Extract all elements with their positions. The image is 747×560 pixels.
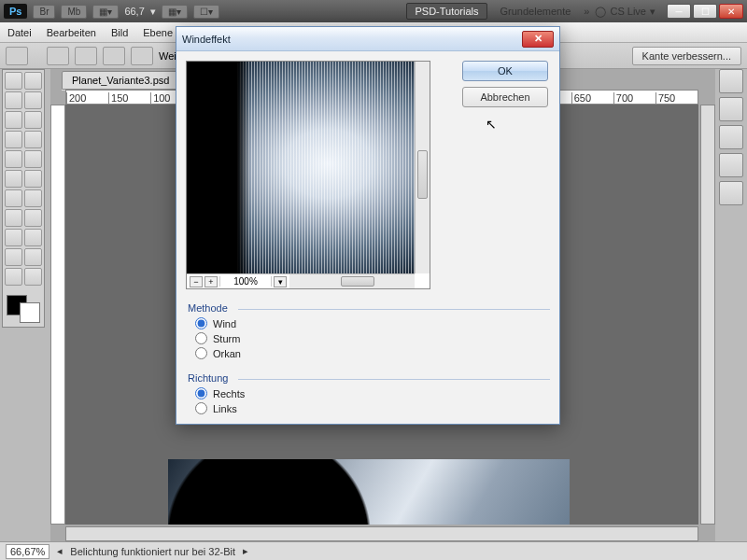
status-message: Belichtung funktioniert nur bei 32-Bit [70, 546, 235, 557]
tool-3d[interactable] [5, 248, 22, 266]
methode-group: Methode Wind Sturm Orkan [186, 302, 550, 359]
menu-bearbeiten[interactable]: Bearbeiten [47, 27, 96, 38]
radio-sturm[interactable]: Sturm [195, 332, 550, 344]
screen-chip[interactable]: ☐▾ [193, 5, 219, 19]
tool-move[interactable] [24, 72, 42, 90]
preview-zoom-controls: − + 100% ▾ [187, 273, 289, 288]
preview-vscroll-thumb[interactable] [417, 150, 428, 199]
tool-history[interactable] [24, 150, 42, 168]
radio-orkan[interactable]: Orkan [195, 347, 550, 359]
background-color[interactable] [20, 302, 40, 323]
app-logo: Ps [4, 4, 27, 19]
status-zoom[interactable]: 66,67% [6, 544, 49, 559]
canvas-image [168, 459, 570, 525]
ok-button[interactable]: OK [462, 61, 548, 81]
radio-links-label: Links [213, 403, 237, 414]
document-hscroll[interactable] [65, 526, 698, 541]
color-swatches[interactable] [5, 293, 42, 325]
tool-eyedropper[interactable] [24, 111, 42, 129]
cursor-icon: ↖ [486, 117, 497, 132]
refine-edge-button[interactable]: Kante verbessern... [632, 47, 741, 65]
ruler-tick: 700 [613, 92, 655, 104]
tool-zoom[interactable] [24, 268, 42, 286]
zoom-display[interactable]: 66,7 [124, 6, 144, 17]
tool-marquee[interactable] [5, 72, 22, 90]
selection-subtract[interactable] [103, 47, 125, 65]
ruler-tick: 750 [655, 92, 698, 104]
panel-icon-4[interactable] [719, 153, 743, 177]
tool-path[interactable] [5, 229, 22, 246]
tool-crop[interactable] [5, 111, 22, 129]
more-workspaces-icon[interactable]: » [584, 6, 589, 17]
cancel-button[interactable]: Abbrechen [462, 87, 548, 107]
application-bar: Ps Br Mb ▦▾ 66,7 ▾ ▦▾ ☐▾ PSD-Tutorials G… [0, 0, 747, 22]
tool-stamp[interactable] [5, 150, 22, 168]
tool-lasso[interactable] [5, 91, 22, 109]
menu-bild[interactable]: Bild [111, 27, 128, 38]
window-minimize-button[interactable]: ─ [667, 4, 691, 19]
tool-3dcam[interactable] [24, 248, 42, 266]
menu-ebene[interactable]: Ebene [143, 27, 173, 38]
richtung-label: Richtung [186, 372, 550, 384]
dialog-close-button[interactable]: ✕ [522, 31, 554, 48]
preview-zoom-dropdown[interactable]: ▾ [274, 276, 287, 287]
selection-add[interactable] [75, 47, 97, 65]
tool-wand[interactable] [24, 91, 42, 109]
tool-gradient[interactable] [24, 170, 42, 188]
tool-pen[interactable] [5, 209, 22, 227]
minibridge-chip[interactable]: Mb [61, 5, 87, 19]
window-maximize-button[interactable]: ☐ [693, 4, 717, 19]
panel-icon-3[interactable] [719, 125, 743, 149]
selection-intersect[interactable] [131, 47, 153, 65]
panel-icon-1[interactable] [719, 69, 743, 93]
ruler-tick: 650 [571, 92, 613, 104]
radio-wind[interactable]: Wind [195, 317, 550, 329]
window-close-button[interactable]: ✕ [719, 4, 743, 19]
ruler-tick: 200 [66, 92, 108, 104]
radio-orkan-label: Orkan [213, 348, 241, 359]
zoom-dropdown-icon[interactable]: ▾ [150, 6, 156, 18]
bridge-chip[interactable]: Br [33, 5, 55, 19]
panel-icon-5[interactable] [719, 181, 743, 205]
radio-rechts[interactable]: Rechts [195, 387, 550, 399]
tool-brush[interactable] [24, 131, 42, 148]
ruler-tick: 150 [108, 92, 150, 104]
preview-hscroll[interactable] [289, 273, 415, 288]
cslive-label: CS Live [610, 6, 646, 17]
tool-shape[interactable] [24, 229, 42, 246]
preview-zoom-out[interactable]: − [190, 276, 203, 287]
tool-heal[interactable] [5, 131, 22, 148]
arrange-chip[interactable]: ▦▾ [162, 5, 188, 19]
tool-eraser[interactable] [5, 170, 22, 188]
workspace-psd-tutorials[interactable]: PSD-Tutorials [406, 3, 486, 20]
cslive-button[interactable]: ◯ CS Live ▾ [595, 6, 655, 18]
document-tab[interactable]: Planet_Variante3.psd [62, 71, 179, 90]
tool-type[interactable] [24, 209, 42, 227]
radio-wind-label: Wind [213, 318, 236, 329]
panel-icon-2[interactable] [719, 97, 743, 121]
preview-image[interactable] [187, 62, 415, 274]
radio-rechts-label: Rechts [213, 388, 245, 399]
dialog-titlebar[interactable]: Windeffekt ✕ [176, 27, 559, 51]
tool-preset-slot[interactable] [6, 47, 28, 65]
tool-dodge[interactable] [24, 189, 42, 207]
toolbox [2, 69, 45, 328]
tool-hand[interactable] [5, 268, 22, 286]
menu-datei[interactable]: Datei [7, 27, 32, 38]
radio-sturm-label: Sturm [213, 333, 240, 344]
preview-zoom-in[interactable]: + [204, 276, 218, 287]
preview-hscroll-thumb[interactable] [341, 276, 374, 287]
radio-links[interactable]: Links [195, 402, 550, 414]
document-vscroll[interactable] [700, 105, 715, 525]
status-bar: 66,67% ◂ Belichtung funktioniert nur bei… [0, 541, 747, 560]
status-next-icon[interactable]: ▸ [243, 545, 248, 557]
status-prev-icon[interactable]: ◂ [57, 545, 63, 557]
ruler-vertical [50, 105, 65, 525]
preview-zoom-value[interactable]: 100% [219, 276, 272, 287]
preview-vscroll[interactable] [415, 62, 430, 273]
tool-blur[interactable] [5, 189, 22, 207]
view-chip[interactable]: ▦▾ [92, 5, 119, 19]
workspace-grundelemente[interactable]: Grundelemente [493, 4, 579, 19]
preview-box: − + 100% ▾ [186, 61, 430, 289]
selection-new[interactable] [47, 47, 69, 65]
